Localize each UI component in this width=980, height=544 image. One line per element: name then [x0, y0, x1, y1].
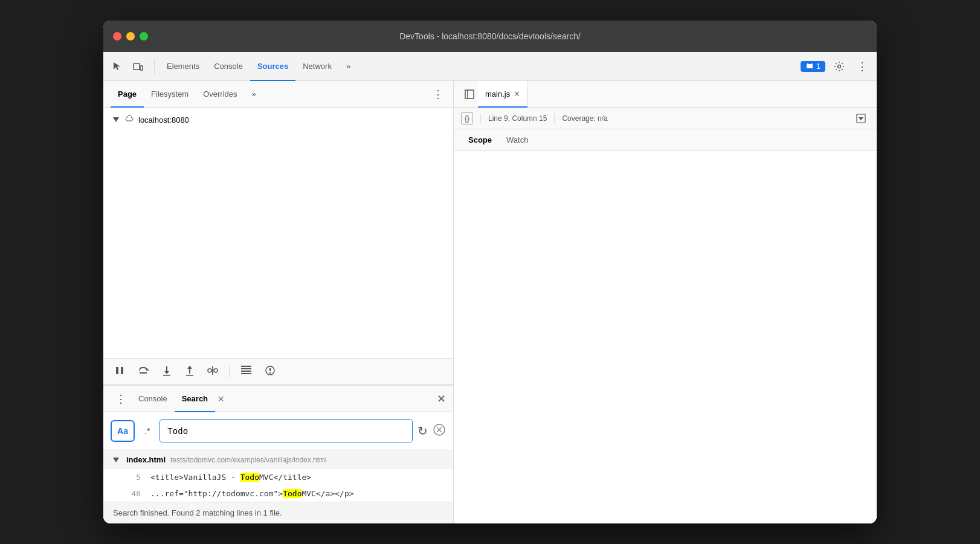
pause-on-exceptions-button[interactable]	[261, 363, 279, 381]
subtab-menu-icon[interactable]: ⋮	[430, 85, 446, 103]
sources-subtabbar: Page Filesystem Overrides » ⋮	[103, 81, 453, 108]
table-row[interactable]: 5 <title>VanillaJS · TodoMVC</title>	[103, 469, 453, 485]
step-continue-button[interactable]	[204, 363, 222, 381]
debugger-divider	[229, 366, 230, 378]
result-file-name: index.html	[126, 455, 166, 464]
search-row: Aa .* ↻	[111, 419, 446, 442]
file-tree: localhost:8080	[103, 108, 453, 358]
table-row[interactable]: 40 ...ref="http://todomvc.com">TodoMVC</…	[103, 485, 453, 502]
right-panel: main.js ✕ {} Line 9, Column 15 Coverage:…	[454, 81, 877, 523]
line-number: 5	[123, 473, 141, 482]
devtools-window: DevTools - localhost:8080/docs/devtools/…	[103, 21, 877, 523]
tab-scope[interactable]: Scope	[461, 129, 499, 151]
search-refresh-button[interactable]: ↻	[417, 424, 428, 438]
search-input-wrap	[160, 419, 413, 442]
result-file-expand-icon	[113, 458, 119, 462]
top-tabbar: Elements Console Sources Network »	[103, 52, 877, 81]
navigator-toggle-icon[interactable]	[461, 87, 478, 102]
deactivate-breakpoints-button[interactable]	[237, 363, 256, 381]
titlebar: DevTools - localhost:8080/docs/devtools/…	[103, 21, 877, 52]
file-tab-main-js[interactable]: main.js ✕	[478, 81, 528, 108]
tab-page[interactable]: Page	[111, 81, 144, 108]
svg-rect-0	[134, 63, 140, 70]
file-tree-localhost[interactable]: localhost:8080	[103, 112, 453, 127]
svg-marker-5	[147, 368, 149, 371]
search-status-bar: Search finished. Found 2 matching lines …	[103, 502, 453, 523]
tab-console[interactable]: Console	[207, 52, 250, 81]
svg-point-2	[838, 65, 841, 68]
tab-search-bottom[interactable]: Search	[175, 386, 215, 412]
file-tab-close-button[interactable]: ✕	[514, 89, 520, 99]
search-results: index.html tests/todomvc.com/examples/va…	[103, 450, 453, 523]
top-right-controls: 1 ⋮	[801, 57, 872, 76]
tab-console-bottom[interactable]: Console	[131, 386, 175, 412]
cursor-position-label[interactable]: Line 9, Column 15	[488, 114, 547, 123]
right-file-tabs: main.js ✕	[454, 81, 877, 108]
regex-button[interactable]: .*	[140, 424, 155, 438]
search-match-highlight: Todo	[283, 489, 301, 498]
svg-marker-29	[859, 117, 863, 120]
search-cancel-button[interactable]	[433, 423, 446, 439]
svg-rect-21	[269, 368, 271, 371]
scope-content	[454, 151, 877, 523]
notification-badge[interactable]: 1	[801, 61, 825, 72]
svg-rect-4	[121, 367, 123, 374]
bottom-tabbar: ⋮ Console Search ✕ ✕	[103, 386, 453, 412]
bottom-panel-close-button[interactable]: ✕	[437, 392, 446, 406]
step-into-button[interactable]	[158, 363, 176, 381]
search-panel: Aa .* ↻	[103, 412, 453, 450]
svg-rect-3	[116, 367, 118, 374]
svg-point-15	[208, 369, 211, 372]
tab-more[interactable]: »	[339, 52, 358, 81]
search-tab-close[interactable]: ✕	[215, 393, 227, 405]
result-file-path: tests/todomvc.com/examples/vanillajs/ind…	[170, 456, 327, 464]
format-code-icon[interactable]: {}	[461, 112, 473, 125]
coverage-download-icon[interactable]	[853, 111, 869, 126]
tab-filesystem[interactable]: Filesystem	[144, 81, 196, 108]
pause-button[interactable]	[111, 363, 129, 381]
svg-rect-22	[269, 372, 271, 374]
main-content: Page Filesystem Overrides » ⋮	[103, 81, 877, 523]
right-editor-toolbar: {} Line 9, Column 15 Coverage: n/a	[454, 108, 877, 129]
tab-network[interactable]: Network	[295, 52, 339, 81]
tab-overrides[interactable]: Overrides	[196, 81, 244, 108]
tab-watch[interactable]: Watch	[499, 129, 535, 151]
cursor-icon[interactable]	[108, 59, 126, 74]
tab-sources[interactable]: Sources	[250, 52, 295, 81]
traffic-lights	[113, 32, 148, 40]
minimize-button[interactable]	[126, 32, 135, 40]
debugger-toolbar	[103, 358, 453, 385]
scope-tabbar: Scope Watch	[454, 129, 877, 151]
close-button[interactable]	[113, 32, 121, 40]
expand-icon	[113, 117, 119, 122]
window-title: DevTools - localhost:8080/docs/devtools/…	[399, 31, 581, 41]
device-mode-icon[interactable]	[129, 59, 147, 74]
tab-elements[interactable]: Elements	[160, 52, 207, 81]
line-number: 40	[123, 489, 141, 498]
devtools-body: Elements Console Sources Network »	[103, 52, 877, 523]
bottom-tab-menu-icon[interactable]: ⋮	[111, 390, 131, 408]
search-tab-group: Search ✕	[175, 386, 227, 412]
coverage-label: Coverage: n/a	[562, 114, 607, 123]
settings-icon[interactable]	[830, 59, 848, 74]
svg-rect-1	[140, 66, 143, 70]
result-line-code-2: ...ref="http://todomvc.com">TodoMVC</a><…	[150, 489, 354, 498]
left-panel: Page Filesystem Overrides » ⋮	[103, 81, 454, 523]
search-input[interactable]	[160, 420, 412, 442]
svg-point-14	[214, 369, 218, 372]
match-case-button[interactable]: Aa	[111, 420, 135, 442]
bottom-panel: ⋮ Console Search ✕ ✕	[103, 385, 453, 523]
tab-more-sources[interactable]: »	[245, 81, 263, 108]
svg-rect-26	[465, 90, 474, 99]
maximize-button[interactable]	[140, 32, 148, 40]
result-line-code-1: <title>VanillaJS · TodoMVC</title>	[150, 473, 311, 482]
step-out-button[interactable]	[181, 363, 199, 381]
more-options-icon[interactable]: ⋮	[853, 57, 872, 76]
svg-marker-8	[164, 371, 169, 374]
search-match-highlight: Todo	[240, 473, 259, 482]
cloud-icon	[125, 115, 135, 125]
svg-marker-11	[187, 366, 192, 369]
top-toolbar-icons	[108, 59, 155, 74]
step-over-button[interactable]	[134, 363, 153, 381]
search-result-file-header[interactable]: index.html tests/todomvc.com/examples/va…	[103, 450, 453, 469]
